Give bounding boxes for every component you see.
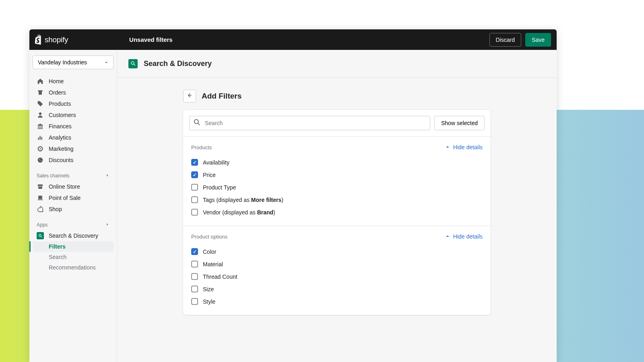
nav-products[interactable]: Products [33, 98, 114, 109]
filter-checkbox[interactable] [191, 171, 198, 178]
arrow-left-icon [186, 92, 193, 100]
save-button[interactable]: Save [525, 33, 551, 47]
section-title: Product options [191, 234, 227, 240]
filter-label: Style [203, 298, 215, 305]
filter-checkbox[interactable] [191, 248, 198, 255]
chevron-right-icon [105, 222, 109, 228]
chevron-up-icon [445, 144, 450, 150]
nav-recommendations[interactable]: Recommendations [33, 262, 114, 273]
pos-icon [37, 194, 44, 202]
filter-label: Material [203, 261, 223, 267]
search-input[interactable] [189, 116, 430, 130]
filter-label: Product Type [203, 184, 236, 191]
filter-section: Product optionsHide detailsColorMaterial… [183, 226, 491, 315]
filter-label: Availability [203, 159, 229, 166]
filter-checkbox[interactable] [191, 273, 198, 280]
target-icon [37, 145, 44, 152]
chevron-down-icon [104, 59, 108, 66]
svg-point-0 [39, 234, 41, 237]
filter-checkbox[interactable] [191, 298, 198, 305]
nav-search-discovery[interactable]: Search & Discovery [33, 230, 114, 241]
filter-row: Material [191, 258, 483, 270]
filter-label: Price [203, 172, 216, 178]
back-button[interactable] [183, 90, 196, 103]
filter-label: Tags (displayed as More filters) [203, 197, 283, 203]
nav-point-of-sale[interactable]: Point of Sale [33, 192, 114, 204]
filter-row: Availability [191, 156, 483, 169]
nav-filters[interactable]: Filters [33, 241, 114, 252]
chevron-right-icon [105, 173, 109, 179]
filter-checkbox[interactable] [191, 261, 198, 267]
nav-online-store[interactable]: Online Store [33, 181, 114, 192]
orders-icon [37, 89, 44, 96]
filter-label: Vendor (displayed as Brand) [203, 209, 275, 216]
store-name: Vandelay Industries [38, 59, 87, 66]
nav-shop[interactable]: Shop [33, 204, 114, 215]
filter-checkbox[interactable] [191, 209, 198, 216]
hide-details-toggle[interactable]: Hide details [445, 144, 483, 150]
svg-point-1 [131, 62, 134, 64]
filter-label: Color [203, 249, 216, 255]
app-header: Search & Discovery [117, 50, 557, 78]
app-icon [37, 232, 44, 239]
filter-checkbox[interactable] [191, 159, 198, 166]
discard-button[interactable]: Discard [489, 33, 521, 47]
filters-card: Show selected ProductsHide detailsAvaila… [183, 110, 491, 315]
svg-point-2 [194, 119, 198, 123]
filter-row: Price [191, 169, 483, 181]
analytics-icon [37, 134, 44, 141]
search-icon [194, 119, 200, 128]
nav-discounts[interactable]: Discounts [33, 154, 114, 166]
filter-checkbox[interactable] [191, 286, 198, 292]
filter-checkbox[interactable] [191, 184, 198, 191]
show-selected-button[interactable]: Show selected [434, 116, 485, 130]
nav-finances[interactable]: Finances [33, 121, 114, 132]
filter-row: Style [191, 295, 483, 308]
brand-text: shopify [45, 35, 68, 44]
nav-search[interactable]: Search [33, 252, 114, 262]
filter-row: Vendor (displayed as Brand) [191, 206, 483, 218]
bank-icon [37, 123, 44, 130]
tag-icon [37, 100, 44, 107]
section-title: Products [191, 144, 212, 150]
apps-heading[interactable]: Apps [33, 220, 114, 230]
filter-label: Thread Count [203, 274, 237, 280]
sidebar: Vandelay Industries Home Orders Products [29, 50, 117, 362]
topbar: shopify Unsaved filters Discard Save [29, 29, 557, 50]
nav-analytics[interactable]: Analytics [33, 132, 114, 143]
filter-checkbox[interactable] [191, 196, 198, 203]
filter-label: Size [203, 286, 214, 292]
filter-row: Color [191, 245, 483, 258]
nav-orders[interactable]: Orders [33, 87, 114, 98]
store-switcher[interactable]: Vandelay Industries [33, 56, 114, 69]
filter-row: Product Type [191, 181, 483, 193]
nav-customers[interactable]: Customers [33, 109, 114, 121]
home-icon [37, 78, 44, 85]
chevron-up-icon [445, 233, 450, 240]
filter-row: Size [191, 283, 483, 295]
shop-icon [37, 206, 44, 213]
nav-marketing[interactable]: Marketing [33, 143, 114, 154]
shopify-logo: shopify [35, 35, 68, 45]
filter-section: ProductsHide detailsAvailabilityPricePro… [183, 137, 491, 226]
nav-home[interactable]: Home [33, 76, 114, 87]
app-title: Search & Discovery [144, 60, 212, 68]
page-title: Add Filters [202, 92, 242, 101]
filter-row: Thread Count [191, 270, 483, 283]
person-icon [37, 111, 44, 119]
discount-icon [37, 156, 44, 164]
unsaved-title: Unsaved filters [129, 36, 173, 43]
hide-details-toggle[interactable]: Hide details [445, 233, 483, 240]
filter-row: Tags (displayed as More filters) [191, 193, 483, 206]
store-icon [37, 183, 44, 190]
app-icon [128, 59, 138, 68]
sales-channels-heading[interactable]: Sales channels [33, 171, 114, 181]
